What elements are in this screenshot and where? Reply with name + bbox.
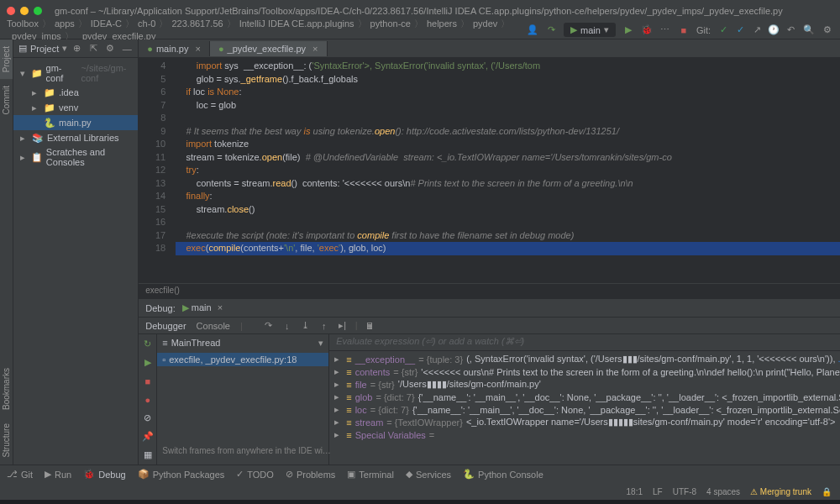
sidebar-tab-bookmarks[interactable]: Bookmarks: [0, 361, 13, 417]
evaluate-input[interactable]: Evaluate expression (⏎) or add a watch (…: [329, 334, 840, 351]
tree-item[interactable]: ▾📁gm-conf~/sites/gm-conf: [13, 61, 138, 85]
tool-window-problems[interactable]: ⊘Problems: [286, 469, 335, 480]
variable-row[interactable]: ▸≡ contents = {str} '<<<<<<< ours\n# Pri…: [329, 365, 840, 378]
git-history-icon[interactable]: 🕐: [768, 24, 780, 36]
variable-row[interactable]: ▸≡ file = {str} '/Users▮▮▮▮/sites/gm-con…: [329, 378, 840, 391]
breadcrumb-item[interactable]: ch-0: [138, 18, 155, 29]
stack-frame[interactable]: ▫ execfile, _pydev_execfile.py:18: [157, 353, 328, 366]
variable-row[interactable]: ▸≡ stream = {TextIOWrapper} <_io.TextIOW…: [329, 416, 840, 428]
editor-gutter[interactable]: 456789101112131415161718: [139, 58, 172, 283]
hammer-icon[interactable]: ↷: [545, 24, 557, 36]
editor-tab[interactable]: ●main.py×: [139, 41, 210, 56]
tree-item[interactable]: 🐍main.py: [13, 115, 138, 130]
breadcrumb-item[interactable]: pydev: [473, 18, 497, 29]
indent-setting[interactable]: 4 spaces: [706, 487, 740, 496]
close-window-button[interactable]: [7, 7, 15, 15]
lock-icon[interactable]: 🔒: [822, 487, 832, 496]
step-into-my-icon[interactable]: ⤓: [300, 320, 312, 332]
variable-row[interactable]: ▸≡ __exception__ = {tuple: 3} (, SyntaxE…: [329, 353, 840, 365]
expand-icon[interactable]: ⇱: [87, 43, 99, 55]
thread-selector[interactable]: MainThread: [171, 338, 221, 348]
tool-window-debug[interactable]: 🐞Debug: [83, 469, 125, 480]
close-tab-icon[interactable]: ×: [312, 44, 318, 54]
tool-window-terminal[interactable]: ▣Terminal: [347, 469, 394, 480]
project-tree[interactable]: ▾📁gm-conf~/sites/gm-conf▸📁.idea▸📁venv🐍ma…: [13, 58, 138, 172]
breadcrumb-item[interactable]: 223.8617.56: [171, 18, 223, 29]
tool-window-python-packages[interactable]: 📦Python Packages: [138, 469, 225, 480]
editor-tab[interactable]: ●_pydev_execfile.py×: [210, 41, 328, 56]
breadcrumb-item[interactable]: Toolbox: [7, 18, 39, 29]
tool-window-services[interactable]: ◆Services: [406, 469, 451, 480]
tool-window-bar: ⎇Git▶Run🐞Debug📦Python Packages✓TODO⊘Prob…: [0, 465, 840, 483]
view-breakpoints-button[interactable]: ●: [141, 393, 155, 407]
console-tab[interactable]: Console: [197, 321, 230, 331]
debug-action-toolbar: ↻ ▶ ■ ● ⊘ 📌 ▦: [139, 334, 157, 465]
breadcrumb-item[interactable]: apps: [55, 18, 75, 29]
run-button[interactable]: ▶: [622, 24, 634, 36]
git-update-icon[interactable]: ✓: [717, 24, 729, 36]
editor-content[interactable]: 456789101112131415161718 import sys __ex…: [139, 58, 840, 283]
run-to-cursor-icon[interactable]: ▸|: [337, 320, 349, 332]
debugger-tab[interactable]: Debugger: [145, 321, 186, 331]
run-configuration-selector[interactable]: ▶ main ▾: [564, 23, 616, 37]
variable-row[interactable]: ▸≡ loc = {dict: 7} {'__name__': '__main_…: [329, 403, 840, 416]
gear-icon[interactable]: ⚙: [104, 43, 116, 55]
git-rollback-icon[interactable]: ↶: [785, 24, 796, 36]
step-into-icon[interactable]: ↓: [281, 320, 293, 332]
window-controls: [7, 7, 42, 15]
threads-icon[interactable]: ≡: [162, 338, 167, 348]
tool-window-todo[interactable]: ✓TODO: [236, 469, 274, 480]
debug-config-tab[interactable]: ▶ main ×: [176, 301, 229, 315]
thread-dropdown-icon[interactable]: ▾: [318, 338, 323, 349]
frames-hint: Switch frames from anywhere in the IDE w…: [157, 441, 336, 460]
mute-breakpoints-button[interactable]: ⊘: [141, 411, 155, 424]
tool-window-git[interactable]: ⎇Git: [7, 469, 33, 480]
hide-panel-icon[interactable]: —: [121, 43, 133, 55]
layout-button[interactable]: ▦: [141, 448, 155, 461]
search-icon[interactable]: 🔍: [803, 24, 815, 36]
maximize-window-button[interactable]: [34, 7, 42, 15]
settings-icon[interactable]: ⚙: [822, 24, 833, 36]
close-tab-icon[interactable]: ×: [195, 44, 200, 54]
tree-item[interactable]: ▸📚External Libraries: [13, 130, 138, 145]
step-over-icon[interactable]: ↷: [263, 320, 275, 332]
rerun-button[interactable]: ↻: [141, 338, 155, 351]
file-encoding[interactable]: UTF-8: [673, 487, 696, 496]
tree-item[interactable]: ▸📋Scratches and Consoles: [13, 145, 138, 169]
breadcrumb-item[interactable]: python-ce: [370, 18, 411, 29]
tool-window-run[interactable]: ▶Run: [45, 469, 71, 480]
line-separator[interactable]: LF: [653, 487, 663, 496]
run-config-label: main: [580, 25, 601, 35]
debug-button[interactable]: 🐞: [641, 24, 653, 36]
variable-row[interactable]: ▸≡ Special Variables =: [329, 428, 840, 441]
tool-window-python-console[interactable]: 🐍Python Console: [463, 469, 543, 480]
stop-button[interactable]: ■: [678, 24, 690, 36]
code-area[interactable]: import sys __exception__: ('SyntaxError'…: [172, 58, 840, 283]
tree-item[interactable]: ▸📁venv: [13, 100, 138, 115]
minimize-window-button[interactable]: [20, 7, 29, 15]
tree-item[interactable]: ▸📁.idea: [13, 85, 138, 100]
pin-button[interactable]: 📌: [141, 429, 155, 443]
more-run-icon[interactable]: ⋯: [659, 24, 671, 36]
user-icon[interactable]: 👤: [527, 24, 538, 36]
step-out-icon[interactable]: ↑: [318, 320, 330, 332]
breadcrumb-item[interactable]: IDEA-C: [91, 18, 122, 29]
select-file-icon[interactable]: ⊕: [71, 43, 82, 55]
navigation-bar: Toolbox〉apps〉IDEA-C〉ch-0〉223.8617.56〉Int…: [0, 21, 840, 39]
stop-debug-button[interactable]: ■: [141, 375, 155, 388]
breadcrumb-item[interactable]: helpers: [427, 18, 457, 29]
sidebar-tab-commit[interactable]: Commit: [0, 79, 13, 121]
breadcrumb-item[interactable]: IntelliJ IDEA CE.app.plugins: [239, 18, 354, 29]
vcs-status[interactable]: ⚠ Merging trunk: [750, 487, 811, 496]
project-panel-title: Project: [30, 44, 59, 54]
variable-row[interactable]: ▸≡ glob = {dict: 7} {'__name__': '__main…: [329, 391, 840, 403]
git-commit-icon[interactable]: ✓: [734, 24, 746, 36]
git-push-icon[interactable]: ↗: [751, 24, 763, 36]
cursor-position[interactable]: 18:1: [627, 487, 643, 496]
evaluate-icon[interactable]: 🖩: [365, 320, 376, 332]
git-label: Git:: [696, 25, 711, 35]
sidebar-tab-project[interactable]: Project: [0, 39, 13, 79]
sidebar-tab-structure[interactable]: Structure: [0, 417, 13, 465]
status-bar: 18:1 LF UTF-8 4 spaces ⚠ Merging trunk 🔒: [0, 483, 840, 500]
resume-button[interactable]: ▶: [141, 356, 155, 370]
